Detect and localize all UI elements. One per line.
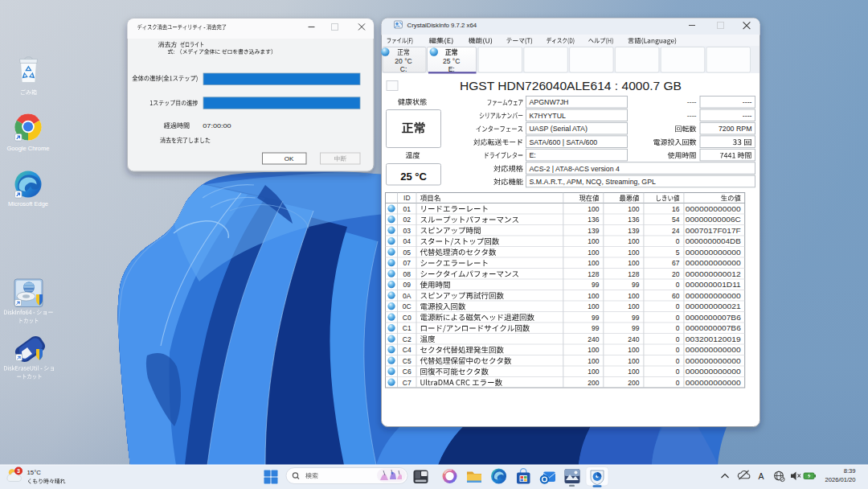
svg-text:128: 128 [628,270,639,278]
svg-text:20 °C: 20 °C [395,57,411,65]
svg-text:000000000012: 000000000012 [686,270,741,278]
svg-text:00000000006C: 00000000006C [686,216,741,224]
svg-text:60: 60 [672,292,680,300]
svg-text:08: 08 [403,270,411,278]
svg-text:0007017F017F: 0007017F017F [686,227,741,235]
svg-text:100: 100 [628,302,639,310]
svg-text:7200 RPM: 7200 RPM [719,125,752,133]
svg-text:100: 100 [588,237,599,245]
svg-text:100: 100 [588,302,599,310]
svg-text:0: 0 [676,237,680,245]
svg-text:CrystalDiskInfo 9.7.2 x64: CrystalDiskInfo 9.7.2 x64 [407,22,477,29]
svg-text:0: 0 [676,335,680,343]
svg-text:99: 99 [592,281,600,289]
svg-text:000000000000: 000000000000 [686,379,741,387]
svg-text:0A: 0A [403,292,411,300]
svg-text:25 °C: 25 °C [443,57,460,65]
svg-text:100: 100 [628,346,639,354]
svg-text:07:00:00: 07:00:00 [203,122,231,129]
svg-text:100: 100 [588,249,599,257]
svg-text:25 °C: 25 °C [400,171,427,183]
svg-text:139: 139 [588,227,599,235]
svg-text:APGNW7JH: APGNW7JH [530,98,569,106]
svg-text:0: 0 [676,379,680,387]
svg-text:15°C: 15°C [27,469,42,476]
svg-text:000000001D11: 000000001D11 [686,281,741,289]
svg-text:07: 07 [403,259,411,267]
svg-text:3: 3 [17,468,20,474]
svg-text:67: 67 [672,259,680,267]
svg-text:C:: C: [400,65,407,73]
svg-text:OK: OK [285,155,294,162]
svg-text:0000000007B6: 0000000007B6 [686,324,741,332]
svg-text:100: 100 [628,205,639,213]
svg-text:136: 136 [588,216,599,224]
svg-text:5: 5 [676,249,680,257]
svg-text:240: 240 [588,335,599,343]
svg-text:100: 100 [588,357,599,365]
svg-text:100: 100 [588,292,599,300]
svg-text:04: 04 [403,237,411,245]
svg-text:C6: C6 [403,368,411,376]
svg-text:100: 100 [588,259,599,267]
svg-text:003200120019: 003200120019 [686,335,741,343]
svg-text:C5: C5 [403,357,411,365]
svg-text:100: 100 [628,237,639,245]
svg-text:0000000004DB: 0000000004DB [686,237,741,245]
svg-text:2026/01/20: 2026/01/20 [825,476,855,483]
svg-text:000000000000: 000000000000 [686,249,741,257]
svg-text:000000000000: 000000000000 [686,368,741,376]
svg-text:03: 03 [403,227,411,235]
svg-text:S.M.A.R.T., APM, NCQ, Streamin: S.M.A.R.T., APM, NCQ, Streaming, GPL [530,178,657,186]
svg-text:05: 05 [403,249,411,257]
svg-text:0: 0 [676,346,680,354]
svg-text:C0: C0 [403,314,411,322]
svg-text:SATA/600 | SATA/600: SATA/600 | SATA/600 [530,138,598,146]
svg-text:C7: C7 [403,379,411,387]
svg-text:100: 100 [628,368,639,376]
svg-text:ACS-2 | ATA8-ACS version 4: ACS-2 | ATA8-ACS version 4 [530,165,620,173]
svg-text:0: 0 [676,302,680,310]
svg-text:99: 99 [592,324,600,332]
svg-text:200: 200 [628,379,639,387]
svg-text:54: 54 [672,216,680,224]
svg-text:----: ---- [687,112,697,120]
svg-text:----: ---- [687,98,697,106]
svg-text:000000000000: 000000000000 [686,357,741,365]
svg-text:E:: E: [448,65,455,73]
svg-text:----: ---- [743,98,752,106]
svg-text:99: 99 [632,314,640,322]
svg-text:Microsoft Edge: Microsoft Edge [8,200,48,208]
svg-text:0C: 0C [403,302,411,310]
svg-text:C2: C2 [403,335,411,343]
svg-text:136: 136 [628,216,639,224]
svg-text:0000000007B6: 0000000007B6 [686,314,741,322]
svg-text:200: 200 [588,379,599,387]
svg-text:24: 24 [672,227,680,235]
svg-text:0: 0 [676,357,680,365]
svg-text:20: 20 [672,270,680,278]
svg-text:000000000000: 000000000000 [686,346,741,354]
svg-text:0: 0 [676,281,680,289]
svg-text:0: 0 [676,324,680,332]
svg-text:02: 02 [403,216,411,224]
svg-text:100: 100 [628,259,639,267]
svg-text:000000000021: 000000000021 [686,302,741,310]
svg-text:100: 100 [628,292,639,300]
svg-text:ID: ID [403,194,411,202]
svg-text:01: 01 [403,205,411,213]
svg-text:000000000000: 000000000000 [686,292,741,300]
svg-text:100: 100 [588,368,599,376]
svg-text:A: A [758,471,764,481]
svg-text:C1: C1 [403,324,411,332]
svg-text:99: 99 [632,324,640,332]
svg-text:K7HYYTUL: K7HYYTUL [530,112,567,120]
svg-text:100: 100 [588,346,599,354]
svg-text:240: 240 [628,335,639,343]
svg-text:128: 128 [588,270,599,278]
svg-text:100: 100 [628,357,639,365]
svg-text:000000000000: 000000000000 [686,205,741,213]
svg-text:----: ---- [743,112,752,120]
svg-text:16: 16 [672,205,680,213]
svg-text:99: 99 [592,314,600,322]
